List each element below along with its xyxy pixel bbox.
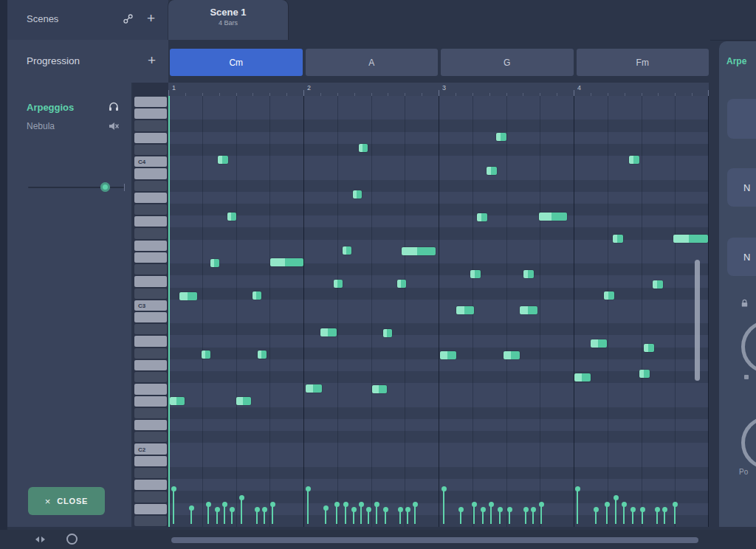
velocity-stem[interactable] <box>490 504 492 524</box>
midi-note[interactable] <box>170 397 185 405</box>
velocity-head[interactable] <box>594 507 599 512</box>
horizontal-scrollbar[interactable] <box>171 537 698 543</box>
velocity-head[interactable] <box>498 507 503 512</box>
velocity-stem[interactable] <box>473 504 475 524</box>
velocity-head[interactable] <box>405 507 410 512</box>
velocity-head[interactable] <box>507 507 512 512</box>
velocity-stem[interactable] <box>307 488 309 524</box>
piano-key[interactable] <box>134 289 167 299</box>
midi-note[interactable] <box>539 213 567 221</box>
piano-key[interactable] <box>134 264 167 274</box>
midi-note[interactable] <box>440 351 456 359</box>
velocity-stem[interactable] <box>360 504 362 524</box>
velocity-head[interactable] <box>239 495 244 500</box>
midi-note[interactable] <box>179 292 197 300</box>
midi-note[interactable] <box>644 344 654 352</box>
add-scene-button[interactable]: + <box>147 11 155 25</box>
velocity-stem[interactable] <box>674 504 676 524</box>
right-panel-card[interactable]: N <box>727 168 756 207</box>
midi-note[interactable] <box>613 235 623 243</box>
right-panel-card[interactable] <box>727 99 756 139</box>
midi-note[interactable] <box>359 144 368 152</box>
velocity-stem[interactable] <box>207 504 209 524</box>
velocity-head[interactable] <box>640 507 645 512</box>
chord-button-a[interactable]: A <box>306 49 439 76</box>
velocity-head[interactable] <box>359 502 364 507</box>
piano-key[interactable] <box>134 420 167 430</box>
piano-key[interactable] <box>134 396 167 407</box>
velocity-head[interactable] <box>230 507 235 512</box>
midi-note[interactable] <box>520 306 537 314</box>
midi-note[interactable] <box>218 156 228 164</box>
velocity-head[interactable] <box>306 486 311 491</box>
velocity-head[interactable] <box>531 507 536 512</box>
velocity-head[interactable] <box>614 495 619 500</box>
velocity-head[interactable] <box>171 486 176 491</box>
chord-button-cm[interactable]: Cm <box>170 49 303 76</box>
velocity-head[interactable] <box>270 502 275 507</box>
piano-key[interactable] <box>134 241 167 251</box>
piano-key[interactable] <box>134 133 167 143</box>
knob[interactable] <box>741 416 756 469</box>
midi-note[interactable] <box>353 190 362 198</box>
velocity-head[interactable] <box>673 502 678 507</box>
mute-icon[interactable] <box>108 120 120 132</box>
right-panel-card[interactable]: N <box>727 238 756 276</box>
piano-key[interactable] <box>134 312 167 322</box>
velocity-head[interactable] <box>334 502 340 507</box>
lock-icon[interactable] <box>740 298 749 308</box>
piano-key[interactable]: C2 <box>134 443 167 454</box>
piano-key[interactable] <box>134 384 167 394</box>
velocity-head[interactable] <box>383 507 388 512</box>
volume-slider-knob[interactable] <box>100 182 110 192</box>
velocity-head[interactable] <box>622 502 627 507</box>
velocity-stem[interactable] <box>272 504 273 524</box>
velocity-head[interactable] <box>539 502 544 507</box>
velocity-stem[interactable] <box>224 504 225 524</box>
piano-key[interactable] <box>134 408 167 418</box>
velocity-stem[interactable] <box>345 504 346 524</box>
piano-roll-grid[interactable] <box>168 96 709 527</box>
velocity-stem[interactable] <box>414 504 416 524</box>
velocity-stem[interactable] <box>443 488 444 524</box>
velocity-head[interactable] <box>441 486 447 491</box>
velocity-head[interactable] <box>374 502 379 507</box>
tab-scene-1[interactable]: Scene 1 4 Bars <box>168 0 288 40</box>
velocity-head[interactable] <box>215 507 220 512</box>
piano-key[interactable] <box>134 204 167 215</box>
midi-note[interactable] <box>320 328 337 336</box>
midi-note[interactable] <box>383 329 392 337</box>
piano-key[interactable] <box>134 97 167 107</box>
velocity-head[interactable] <box>323 505 329 511</box>
midi-note[interactable] <box>574 373 591 381</box>
midi-note[interactable] <box>591 339 607 348</box>
midi-note[interactable] <box>673 235 708 243</box>
midi-note[interactable] <box>487 167 497 175</box>
piano-key[interactable] <box>134 181 167 191</box>
piano-key[interactable] <box>134 252 167 263</box>
piano-key[interactable] <box>134 193 167 203</box>
midi-note[interactable] <box>202 351 210 359</box>
velocity-stem[interactable] <box>540 504 542 524</box>
piano-key[interactable] <box>134 276 167 286</box>
velocity-head[interactable] <box>206 502 211 507</box>
midi-note[interactable] <box>456 306 474 314</box>
midi-note[interactable] <box>270 258 303 266</box>
midi-note[interactable] <box>523 270 534 278</box>
midi-note[interactable] <box>210 259 219 267</box>
headphones-icon[interactable] <box>108 100 120 112</box>
piano-key[interactable] <box>134 108 167 119</box>
piano-key[interactable] <box>134 360 167 370</box>
velocity-head[interactable] <box>523 507 529 512</box>
midi-note[interactable] <box>604 291 614 300</box>
velocity-stem[interactable] <box>336 504 337 524</box>
piano-key[interactable] <box>134 456 167 466</box>
velocity-head[interactable] <box>662 507 667 512</box>
velocity-head[interactable] <box>575 486 580 491</box>
piano-key[interactable] <box>134 168 167 179</box>
velocity-stem[interactable] <box>376 504 377 524</box>
midi-note[interactable] <box>397 280 406 288</box>
velocity-head[interactable] <box>255 507 260 512</box>
volume-slider-track[interactable] <box>28 187 124 188</box>
velocity-head[interactable] <box>472 502 477 507</box>
